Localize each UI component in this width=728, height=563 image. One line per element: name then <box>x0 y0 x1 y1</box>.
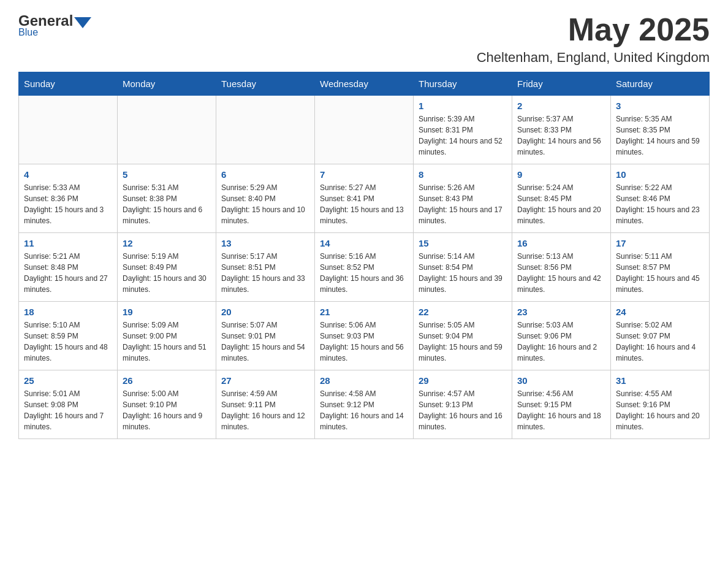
day-number: 27 <box>221 375 309 386</box>
logo-blue-text: Blue <box>18 27 38 38</box>
calendar-cell: 7Sunrise: 5:27 AMSunset: 8:41 PMDaylight… <box>315 164 414 233</box>
day-of-week-header: Saturday <box>611 72 710 96</box>
calendar-cell: 11Sunrise: 5:21 AMSunset: 8:48 PMDayligh… <box>19 233 118 302</box>
day-number: 31 <box>616 375 704 386</box>
calendar-cell: 15Sunrise: 5:14 AMSunset: 8:54 PMDayligh… <box>414 233 512 302</box>
calendar-cell <box>118 96 216 164</box>
day-info: Sunrise: 5:24 AMSunset: 8:45 PMDaylight:… <box>517 182 605 226</box>
day-info: Sunrise: 5:10 AMSunset: 8:59 PMDaylight:… <box>24 320 112 364</box>
calendar-cell: 5Sunrise: 5:31 AMSunset: 8:38 PMDaylight… <box>118 164 216 233</box>
calendar-cell: 6Sunrise: 5:29 AMSunset: 8:40 PMDaylight… <box>216 164 315 233</box>
calendar-cell <box>216 96 315 164</box>
calendar-cell: 27Sunrise: 4:59 AMSunset: 9:11 PMDayligh… <box>216 370 315 439</box>
day-number: 2 <box>517 101 605 111</box>
calendar-table: SundayMondayTuesdayWednesdayThursdayFrid… <box>18 72 710 439</box>
calendar-week-row: 4Sunrise: 5:33 AMSunset: 8:36 PMDaylight… <box>19 164 710 233</box>
day-number: 15 <box>419 238 507 248</box>
day-number: 12 <box>123 238 211 248</box>
calendar-cell: 31Sunrise: 4:55 AMSunset: 9:16 PMDayligh… <box>611 370 710 439</box>
day-number: 24 <box>616 307 704 317</box>
day-number: 11 <box>24 238 112 248</box>
day-number: 23 <box>517 307 605 317</box>
calendar-cell: 30Sunrise: 4:56 AMSunset: 9:15 PMDayligh… <box>512 370 611 439</box>
day-number: 10 <box>616 169 704 180</box>
day-info: Sunrise: 5:19 AMSunset: 8:49 PMDaylight:… <box>123 251 211 295</box>
day-of-week-header: Wednesday <box>315 72 414 96</box>
calendar-cell: 22Sunrise: 5:05 AMSunset: 9:04 PMDayligh… <box>414 302 512 370</box>
day-info: Sunrise: 5:03 AMSunset: 9:06 PMDaylight:… <box>517 320 605 364</box>
day-number: 5 <box>123 169 211 180</box>
day-info: Sunrise: 5:13 AMSunset: 8:56 PMDaylight:… <box>517 251 605 295</box>
calendar-cell: 20Sunrise: 5:07 AMSunset: 9:01 PMDayligh… <box>216 302 315 370</box>
day-number: 13 <box>221 238 309 248</box>
day-info: Sunrise: 5:21 AMSunset: 8:48 PMDaylight:… <box>24 251 112 295</box>
day-info: Sunrise: 5:01 AMSunset: 9:08 PMDaylight:… <box>24 388 112 432</box>
day-info: Sunrise: 5:31 AMSunset: 8:38 PMDaylight:… <box>123 182 211 226</box>
day-info: Sunrise: 5:11 AMSunset: 8:57 PMDaylight:… <box>616 251 704 295</box>
calendar-week-row: 11Sunrise: 5:21 AMSunset: 8:48 PMDayligh… <box>19 233 710 302</box>
day-info: Sunrise: 5:26 AMSunset: 8:43 PMDaylight:… <box>419 182 507 226</box>
day-number: 14 <box>320 238 408 248</box>
calendar-cell: 14Sunrise: 5:16 AMSunset: 8:52 PMDayligh… <box>315 233 414 302</box>
day-of-week-header: Sunday <box>19 72 118 96</box>
day-info: Sunrise: 5:02 AMSunset: 9:07 PMDaylight:… <box>616 320 704 364</box>
day-info: Sunrise: 5:33 AMSunset: 8:36 PMDaylight:… <box>24 182 112 226</box>
calendar-cell: 21Sunrise: 5:06 AMSunset: 9:03 PMDayligh… <box>315 302 414 370</box>
day-info: Sunrise: 5:14 AMSunset: 8:54 PMDaylight:… <box>419 251 507 295</box>
calendar-cell: 8Sunrise: 5:26 AMSunset: 8:43 PMDaylight… <box>414 164 512 233</box>
calendar-week-row: 25Sunrise: 5:01 AMSunset: 9:08 PMDayligh… <box>19 370 710 439</box>
day-info: Sunrise: 5:35 AMSunset: 8:35 PMDaylight:… <box>616 113 704 158</box>
title-block: May 2025 Cheltenham, England, United Kin… <box>477 12 710 66</box>
day-of-week-header: Monday <box>118 72 216 96</box>
day-of-week-header: Tuesday <box>216 72 315 96</box>
day-number: 7 <box>320 169 408 180</box>
day-info: Sunrise: 4:58 AMSunset: 9:12 PMDaylight:… <box>320 388 408 432</box>
calendar-cell: 13Sunrise: 5:17 AMSunset: 8:51 PMDayligh… <box>216 233 315 302</box>
calendar-cell: 25Sunrise: 5:01 AMSunset: 9:08 PMDayligh… <box>19 370 118 439</box>
day-number: 28 <box>320 375 408 386</box>
day-info: Sunrise: 5:27 AMSunset: 8:41 PMDaylight:… <box>320 182 408 226</box>
day-info: Sunrise: 5:22 AMSunset: 8:46 PMDaylight:… <box>616 182 704 226</box>
calendar-cell: 3Sunrise: 5:35 AMSunset: 8:35 PMDaylight… <box>611 96 710 164</box>
day-info: Sunrise: 4:56 AMSunset: 9:15 PMDaylight:… <box>517 388 605 432</box>
day-number: 3 <box>616 101 704 111</box>
calendar-cell: 26Sunrise: 5:00 AMSunset: 9:10 PMDayligh… <box>118 370 216 439</box>
day-info: Sunrise: 5:05 AMSunset: 9:04 PMDaylight:… <box>419 320 507 364</box>
day-number: 18 <box>24 307 112 317</box>
day-number: 8 <box>419 169 507 180</box>
calendar-cell: 23Sunrise: 5:03 AMSunset: 9:06 PMDayligh… <box>512 302 611 370</box>
calendar-cell: 17Sunrise: 5:11 AMSunset: 8:57 PMDayligh… <box>611 233 710 302</box>
page-header: General Blue May 2025 Cheltenham, Englan… <box>18 12 710 66</box>
calendar-cell: 18Sunrise: 5:10 AMSunset: 8:59 PMDayligh… <box>19 302 118 370</box>
logo: General Blue <box>18 12 93 38</box>
calendar-cell: 1Sunrise: 5:39 AMSunset: 8:31 PMDaylight… <box>414 96 512 164</box>
day-number: 29 <box>419 375 507 386</box>
day-info: Sunrise: 4:59 AMSunset: 9:11 PMDaylight:… <box>221 388 309 432</box>
day-number: 21 <box>320 307 408 317</box>
calendar-cell: 28Sunrise: 4:58 AMSunset: 9:12 PMDayligh… <box>315 370 414 439</box>
day-info: Sunrise: 5:37 AMSunset: 8:33 PMDaylight:… <box>517 113 605 158</box>
day-number: 22 <box>419 307 507 317</box>
day-number: 19 <box>123 307 211 317</box>
calendar-cell: 19Sunrise: 5:09 AMSunset: 9:00 PMDayligh… <box>118 302 216 370</box>
day-of-week-header: Friday <box>512 72 611 96</box>
day-number: 6 <box>221 169 309 180</box>
day-info: Sunrise: 5:00 AMSunset: 9:10 PMDaylight:… <box>123 388 211 432</box>
calendar-header-row: SundayMondayTuesdayWednesdayThursdayFrid… <box>19 72 710 96</box>
calendar-week-row: 18Sunrise: 5:10 AMSunset: 8:59 PMDayligh… <box>19 302 710 370</box>
calendar-cell <box>19 96 118 164</box>
calendar-cell: 12Sunrise: 5:19 AMSunset: 8:49 PMDayligh… <box>118 233 216 302</box>
month-title: May 2025 <box>477 12 710 47</box>
day-info: Sunrise: 4:55 AMSunset: 9:16 PMDaylight:… <box>616 388 704 432</box>
calendar-cell: 4Sunrise: 5:33 AMSunset: 8:36 PMDaylight… <box>19 164 118 233</box>
day-info: Sunrise: 5:09 AMSunset: 9:00 PMDaylight:… <box>123 320 211 364</box>
day-number: 17 <box>616 238 704 248</box>
calendar-cell: 10Sunrise: 5:22 AMSunset: 8:46 PMDayligh… <box>611 164 710 233</box>
calendar-week-row: 1Sunrise: 5:39 AMSunset: 8:31 PMDaylight… <box>19 96 710 164</box>
calendar-cell: 16Sunrise: 5:13 AMSunset: 8:56 PMDayligh… <box>512 233 611 302</box>
day-info: Sunrise: 4:57 AMSunset: 9:13 PMDaylight:… <box>419 388 507 432</box>
location: Cheltenham, England, United Kingdom <box>477 50 710 66</box>
day-number: 4 <box>24 169 112 180</box>
day-info: Sunrise: 5:29 AMSunset: 8:40 PMDaylight:… <box>221 182 309 226</box>
calendar-cell <box>315 96 414 164</box>
